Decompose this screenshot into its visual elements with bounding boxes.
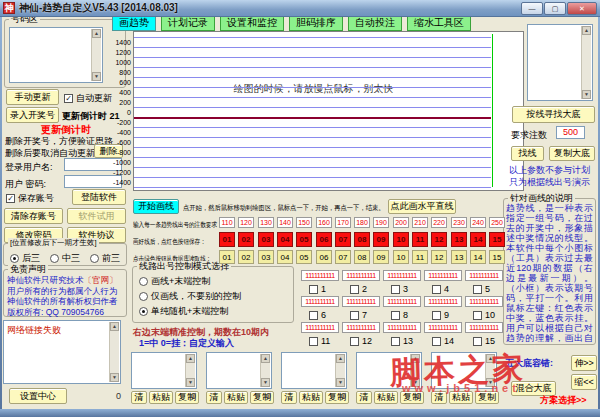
pattern-checkbox-2[interactable]: 2 (350, 284, 367, 294)
load-line-button-11[interactable]: 11 (412, 250, 428, 264)
bet-count-input[interactable]: 140 (277, 217, 293, 228)
save-line-button-09[interactable]: 09 (373, 232, 389, 247)
scroll-down-icon[interactable]: ▼ (261, 378, 270, 387)
scroll-up-icon[interactable]: ▲ (336, 354, 345, 363)
login-button[interactable]: 登陆软件 (72, 189, 126, 205)
clear-button-3[interactable]: 清 (281, 391, 297, 404)
scroll-down-icon[interactable]: ▼ (336, 378, 345, 387)
maximize-button[interactable]: ▢ (544, 2, 566, 15)
required-bets-input[interactable]: 500 (556, 126, 585, 139)
paste-button-2[interactable]: 粘贴 (224, 391, 248, 404)
load-line-button-10[interactable]: 10 (393, 250, 409, 264)
clear-button-2[interactable]: 清 (206, 391, 222, 404)
load-line-button-04[interactable]: 04 (277, 250, 293, 264)
save-line-button-13[interactable]: 13 (451, 232, 467, 247)
scroll-up-icon[interactable]: ▲ (110, 322, 119, 331)
number-listbox[interactable]: ▲ ▼ (9, 27, 103, 83)
save-line-button-10[interactable]: 10 (393, 232, 409, 247)
position-option-2[interactable]: 中三 (50, 252, 80, 265)
tab-2[interactable]: 计划记录 (161, 15, 215, 31)
pattern-input-14[interactable]: 1111111111 (424, 322, 462, 333)
scroll-down-icon[interactable]: ▼ (411, 378, 420, 387)
paste-button-5[interactable]: 粘贴 (449, 391, 473, 404)
scroll-up-icon[interactable]: ▲ (261, 354, 270, 363)
candidate-textarea-1[interactable]: ▲▼ (131, 352, 197, 389)
trial-button[interactable]: 软件试用 (67, 208, 126, 224)
pattern-input-3[interactable]: 1111111111 (383, 270, 421, 281)
load-line-button-02[interactable]: 02 (238, 250, 254, 264)
load-line-button-05[interactable]: 05 (296, 250, 312, 264)
bet-count-input[interactable]: 240 (470, 217, 486, 228)
scroll-down-icon[interactable]: ▼ (582, 90, 591, 99)
bet-count-input[interactable]: 220 (431, 217, 447, 228)
pattern-checkbox-4[interactable]: 4 (432, 284, 449, 294)
pattern-input-2[interactable]: 1111111111 (342, 270, 380, 281)
pattern-checkbox-11[interactable]: 11 (309, 336, 330, 346)
textarea-scrollbar[interactable]: ▲▼ (335, 354, 345, 387)
scroll-up-icon[interactable]: ▲ (486, 354, 495, 363)
candidate-textarea-5[interactable]: ▲▼ (431, 352, 497, 389)
clear-button-1[interactable]: 清 (131, 391, 147, 404)
minimize-button[interactable]: — (521, 2, 543, 15)
pattern-input-6[interactable]: 1111111111 (301, 296, 339, 307)
save-line-button-02[interactable]: 02 (238, 232, 254, 247)
load-line-button-09[interactable]: 09 (373, 250, 389, 264)
manual-update-button[interactable]: 手动更新 (6, 89, 59, 105)
scroll-up-icon[interactable]: ▲ (92, 29, 101, 38)
pattern-input-10[interactable]: 1111111111 (465, 296, 503, 307)
right-listbox[interactable]: ▲ ▼ (527, 24, 593, 101)
load-line-button-07[interactable]: 07 (335, 250, 351, 264)
mode-option-3[interactable]: 单纯随机+末端控制 (139, 305, 228, 318)
load-line-button-03[interactable]: 03 (258, 250, 274, 264)
bet-count-input[interactable]: 190 (373, 217, 389, 228)
bet-count-input[interactable]: 110 (219, 217, 235, 228)
bet-count-input[interactable]: 120 (238, 217, 254, 228)
bet-count-input[interactable]: 160 (316, 217, 332, 228)
enter-draw-number-button[interactable]: 录入开奖号 (6, 107, 59, 123)
pattern-checkbox-6[interactable]: 6 (309, 310, 326, 320)
tab-6[interactable]: 缩水工具区 (407, 15, 471, 31)
save-line-button-12[interactable]: 12 (431, 232, 447, 247)
load-line-button-06[interactable]: 06 (316, 250, 332, 264)
mode-option-2[interactable]: 仅画线，不要别的控制 (139, 290, 241, 303)
save-account-checkbox[interactable]: ✓ 保存账号 (6, 192, 54, 205)
save-line-button-06[interactable]: 06 (316, 232, 332, 247)
save-line-button-11[interactable]: 11 (412, 232, 428, 247)
right-listbox-scrollbar[interactable]: ▲ ▼ (581, 26, 591, 99)
save-line-button-08[interactable]: 08 (354, 232, 370, 247)
find-line-button[interactable]: 找线 (511, 146, 544, 161)
pattern-checkbox-15[interactable]: 15 (473, 336, 495, 346)
start-draw-button[interactable]: 开始画线 (133, 199, 179, 214)
shrink-panel-button[interactable]: 缩<< (571, 374, 597, 390)
scroll-down-icon[interactable]: ▼ (486, 378, 495, 387)
pattern-input-5[interactable]: 1111111111 (465, 270, 503, 281)
scroll-down-icon[interactable]: ▼ (110, 373, 119, 382)
pattern-input-12[interactable]: 1111111111 (342, 322, 380, 333)
pattern-checkbox-13[interactable]: 13 (391, 336, 413, 346)
pattern-checkbox-9[interactable]: 9 (432, 310, 449, 320)
save-line-button-01[interactable]: 01 (219, 232, 235, 247)
load-line-button-01[interactable]: 01 (219, 250, 235, 264)
trend-chart-canvas[interactable]: 绘图的时候，请放慢点鼠标，别太快 14001200100080060040020… (133, 31, 524, 191)
candidate-textarea-4[interactable]: ▲▼ (356, 352, 422, 389)
bet-count-input[interactable]: 250 (489, 217, 505, 228)
paste-button-1[interactable]: 粘贴 (149, 391, 173, 404)
pattern-input-11[interactable]: 1111111111 (301, 322, 339, 333)
plan-select-link[interactable]: 方案选择>> (540, 394, 587, 407)
pattern-checkbox-1[interactable]: 1 (309, 284, 326, 294)
bet-count-input[interactable]: 230 (451, 217, 467, 228)
bet-count-input[interactable]: 150 (296, 217, 312, 228)
clear-account-button[interactable]: 清除存账号 (4, 208, 63, 224)
save-line-button-05[interactable]: 05 (296, 232, 312, 247)
textarea-scrollbar[interactable]: ▲▼ (185, 354, 195, 387)
mode-option-1[interactable]: 画线+末端控制 (139, 275, 210, 288)
settings-center-button[interactable]: 设置中心 (9, 388, 67, 404)
pattern-input-13[interactable]: 1111111111 (383, 322, 421, 333)
pattern-checkbox-3[interactable]: 3 (391, 284, 408, 294)
textarea-scrollbar[interactable]: ▲▼ (260, 354, 270, 387)
candidate-textarea-2[interactable]: ▲▼ (206, 352, 272, 389)
paste-button-4[interactable]: 粘贴 (374, 391, 398, 404)
pattern-checkbox-5[interactable]: 5 (473, 284, 490, 294)
copy-button-5[interactable]: 复制 (475, 391, 499, 404)
bet-count-input[interactable]: 200 (393, 217, 409, 228)
